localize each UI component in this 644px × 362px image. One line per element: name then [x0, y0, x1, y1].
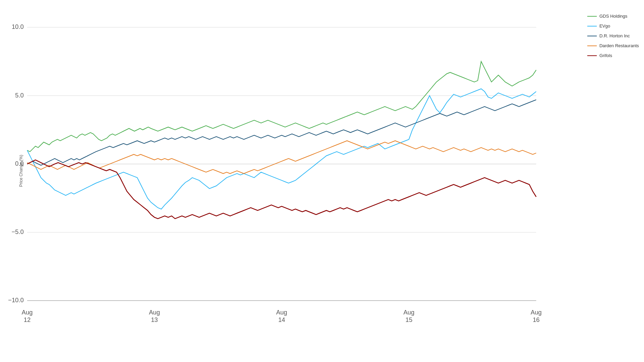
y-axis-label: Price Change (%) — [19, 155, 23, 187]
svg-text:14: 14 — [278, 316, 285, 323]
svg-text:5.0: 5.0 — [15, 92, 24, 99]
svg-text:16: 16 — [533, 316, 539, 323]
legend-label-darden: Darden Restaurants — [600, 43, 639, 48]
svg-text:Aug: Aug — [149, 309, 160, 316]
legend-line-drhorton — [587, 36, 597, 36]
legend-line-evgo — [587, 26, 597, 26]
legend-item-grifols: Grifols — [587, 53, 639, 58]
svg-text:15: 15 — [406, 316, 412, 323]
chart-legend: GDS Holdings EVgo D.R. Horton Inc Darden… — [587, 14, 639, 58]
legend-item-gds: GDS Holdings — [587, 14, 639, 19]
legend-item-drhorton: D.R. Horton Inc — [587, 33, 639, 38]
grifols-line — [27, 160, 536, 219]
legend-label-gds: GDS Holdings — [600, 14, 627, 19]
gds-holdings-line — [27, 61, 536, 152]
svg-text:−5.0: −5.0 — [12, 229, 24, 235]
svg-text:Aug: Aug — [404, 309, 414, 316]
legend-label-evgo: EVgo — [600, 23, 610, 29]
svg-text:Aug: Aug — [22, 309, 33, 316]
svg-text:Aug: Aug — [276, 309, 287, 316]
svg-text:10.0: 10.0 — [12, 23, 23, 30]
legend-label-drhorton: D.R. Horton Inc — [600, 33, 630, 38]
darden-line — [27, 141, 536, 174]
legend-label-grifols: Grifols — [600, 53, 612, 58]
legend-item-evgo: EVgo — [587, 23, 639, 29]
legend-line-grifols — [587, 55, 597, 56]
main-chart: 10.0 5.0 0.0 −5.0 −10.0 Aug 12 Aug 13 Au… — [27, 7, 576, 335]
chart-area: Price Change (%) 10.0 5.0 0.0 −5.0 −10.0… — [27, 7, 576, 335]
dr-horton-line — [27, 100, 536, 165]
svg-text:−10.0: −10.0 — [8, 297, 24, 304]
legend-line-darden — [587, 46, 597, 46]
chart-container: Price Change (%) 10.0 5.0 0.0 −5.0 −10.0… — [0, 0, 644, 362]
legend-item-darden: Darden Restaurants — [587, 43, 639, 48]
svg-text:Aug: Aug — [531, 309, 541, 316]
legend-line-gds — [587, 16, 597, 17]
svg-text:12: 12 — [24, 316, 31, 323]
svg-text:13: 13 — [151, 316, 158, 323]
